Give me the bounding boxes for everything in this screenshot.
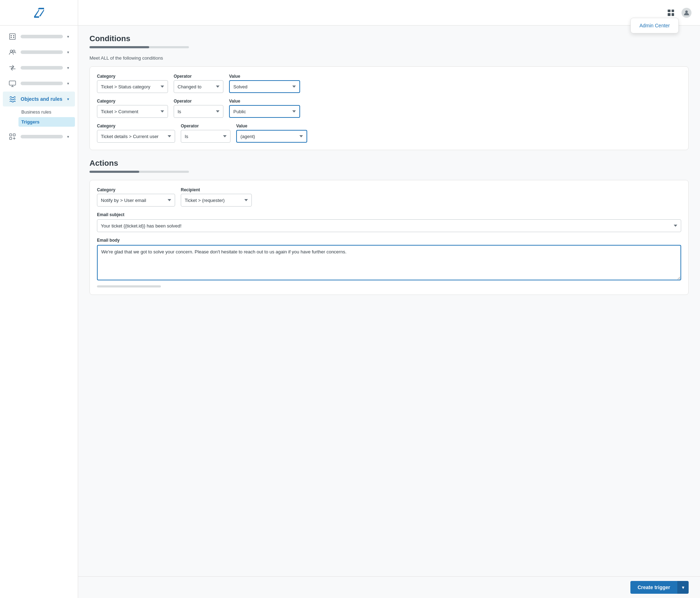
chevron-apps: ▾ — [67, 135, 69, 139]
chevron-people: ▾ — [67, 50, 69, 55]
sub-nav-objects-rules: Business rules Triggers — [0, 107, 78, 128]
chevron-workspace: ▾ — [67, 81, 69, 86]
avatar — [682, 8, 691, 18]
condition-2-category-label: Category — [97, 99, 168, 104]
action-1-recipient-group: Recipient Ticket > (requester) — [181, 187, 252, 207]
email-body-textarea[interactable]: We're glad that we got to solve your con… — [97, 245, 681, 280]
svg-rect-7 — [9, 81, 16, 85]
condition-3-value-select[interactable]: (agent) — [236, 130, 307, 143]
actions-container: Category Notify by > User email Recipien… — [89, 180, 689, 295]
svg-rect-4 — [13, 37, 14, 38]
svg-rect-9 — [13, 134, 15, 136]
sidebar-item-channels[interactable]: ▾ — [3, 60, 75, 75]
user-avatar-button[interactable] — [682, 8, 691, 18]
email-body-container: Email body We're glad that we got to sol… — [97, 238, 681, 287]
svg-rect-0 — [10, 34, 15, 39]
condition-2-value-select[interactable]: Public — [229, 105, 300, 118]
condition-3-category-group: Category Ticket details > Current user — [97, 124, 175, 143]
svg-point-11 — [685, 10, 688, 13]
sidebar-item-apps[interactable]: ▾ — [3, 129, 75, 144]
grid-apps-button[interactable] — [666, 8, 676, 18]
sidebar-item-people[interactable]: ▾ — [3, 45, 75, 60]
condition-3-operator-label: Operator — [181, 124, 230, 128]
condition-3-category-select[interactable]: Ticket details > Current user — [97, 130, 175, 143]
create-trigger-chevron-button[interactable]: ▾ — [677, 581, 689, 594]
actions-section: Actions Category Notify by > User email … — [89, 159, 689, 295]
condition-1-value-group: Value Solved — [229, 74, 300, 93]
sidebar-item-label-objects-rules: Objects and rules — [21, 96, 63, 102]
svg-point-6 — [13, 50, 15, 52]
sidebar-label-buildings — [21, 35, 63, 38]
logo-icon — [32, 6, 46, 20]
condition-row-2: Category Ticket > Comment Operator Is Va… — [97, 99, 681, 118]
sidebar-item-business-rules[interactable]: Business rules — [18, 107, 75, 117]
condition-1-category-group: Category Ticket > Status category — [97, 74, 168, 93]
condition-2-category-group: Category Ticket > Comment — [97, 99, 168, 118]
sidebar: ▾ ▾ ▾ ▾ — [0, 0, 78, 598]
building-icon — [9, 33, 16, 40]
condition-2-operator-label: Operator — [174, 99, 223, 104]
conditions-title: Conditions — [89, 34, 689, 43]
sidebar-item-objects-rules[interactable]: Objects and rules ▾ — [3, 92, 75, 106]
svg-rect-10 — [10, 137, 12, 139]
main-area: Admin Center Conditions Meet ALL of the … — [78, 0, 700, 598]
email-subject-label: Email subject — [97, 212, 681, 217]
scrollbar-indicator — [97, 285, 161, 287]
grid-icon — [668, 10, 674, 16]
svg-rect-3 — [11, 37, 12, 38]
action-1-category-label: Category — [97, 187, 175, 192]
action-1-category-group: Category Notify by > User email — [97, 187, 175, 207]
monitor-icon — [9, 79, 16, 87]
conditions-meet-label: Meet ALL of the following conditions — [89, 55, 689, 61]
sidebar-item-workspace[interactable]: ▾ — [3, 76, 75, 91]
condition-2-category-select[interactable]: Ticket > Comment — [97, 105, 168, 118]
arrows-icon — [9, 64, 16, 72]
condition-3-category-label: Category — [97, 124, 175, 128]
action-1-recipient-label: Recipient — [181, 187, 252, 192]
admin-center-link[interactable]: Admin Center — [639, 23, 670, 28]
condition-2-operator-group: Operator Is — [174, 99, 223, 118]
condition-2-value-label: Value — [229, 99, 300, 104]
condition-row-3: Category Ticket details > Current user O… — [97, 124, 681, 143]
condition-row-1: Category Ticket > Status category Operat… — [97, 74, 681, 93]
conditions-container: Category Ticket > Status category Operat… — [89, 66, 689, 150]
actions-progress-bar — [89, 171, 189, 173]
condition-2-operator-select[interactable]: Is — [174, 105, 223, 118]
condition-1-category-label: Category — [97, 74, 168, 79]
condition-3-operator-select[interactable]: Is — [181, 130, 230, 143]
action-row-1: Category Notify by > User email Recipien… — [97, 187, 681, 207]
condition-3-operator-group: Operator Is — [181, 124, 230, 143]
sidebar-label-channels — [21, 66, 63, 70]
chevron-channels: ▾ — [67, 66, 69, 70]
condition-1-value-select[interactable]: Solved — [229, 80, 300, 93]
sidebar-item-buildings[interactable]: ▾ — [3, 29, 75, 44]
condition-1-operator-group: Operator Changed to — [174, 74, 223, 93]
sidebar-label-apps — [21, 135, 63, 138]
condition-3-value-label: Value — [236, 124, 307, 128]
chevron-objects-rules: ▾ — [67, 97, 69, 102]
condition-1-value-label: Value — [229, 74, 300, 79]
create-trigger-button[interactable]: Create trigger — [630, 581, 677, 594]
email-body-label: Email body — [97, 238, 681, 243]
conditions-section: Conditions Meet ALL of the following con… — [89, 34, 689, 150]
condition-1-operator-label: Operator — [174, 74, 223, 79]
action-1-recipient-select[interactable]: Ticket > (requester) — [181, 194, 252, 207]
svg-rect-8 — [10, 134, 12, 136]
email-subject-select[interactable]: Your ticket {{ticket.id}} has been solve… — [97, 219, 681, 232]
svg-rect-1 — [11, 35, 12, 36]
email-subject-container: Email subject Your ticket {{ticket.id}} … — [97, 212, 681, 232]
svg-point-5 — [10, 50, 12, 52]
nav-items: ▾ ▾ ▾ ▾ — [0, 26, 78, 598]
chevron-buildings: ▾ — [67, 34, 69, 39]
condition-1-category-select[interactable]: Ticket > Status category — [97, 80, 168, 93]
action-1-category-select[interactable]: Notify by > User email — [97, 194, 175, 207]
conditions-progress-bar — [89, 46, 189, 48]
footer: Create trigger ▾ — [78, 576, 700, 598]
topbar: Admin Center — [78, 0, 700, 26]
sidebar-item-triggers[interactable]: Triggers — [18, 117, 75, 127]
logo-area — [0, 0, 78, 26]
sidebar-label-people — [21, 50, 63, 54]
people-icon — [9, 48, 16, 56]
condition-1-operator-select[interactable]: Changed to — [174, 80, 223, 93]
apps-icon — [9, 133, 16, 141]
